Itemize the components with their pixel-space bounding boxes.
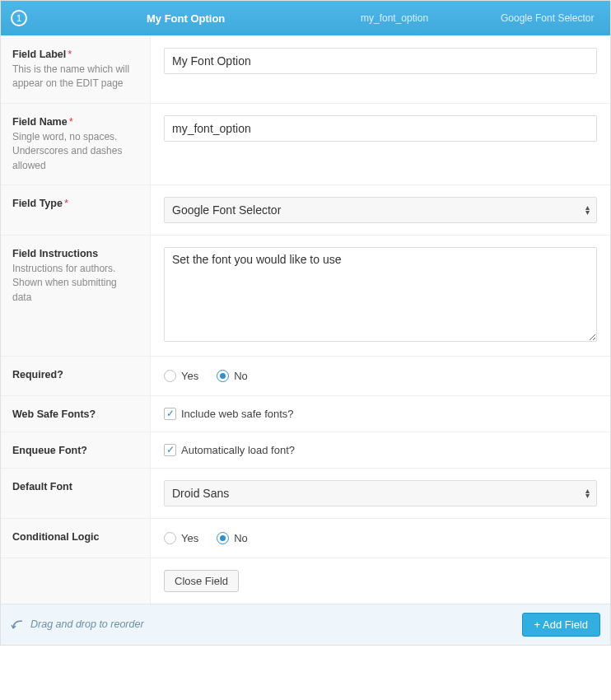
label-cell: Required? xyxy=(1,357,151,395)
reorder-arrow-icon xyxy=(11,618,26,631)
field-type-select-value: Google Font Selector xyxy=(172,203,281,217)
row-enqueue: Enqueue Font? ✓ Automatically load font? xyxy=(1,432,610,468)
instructions-textarea[interactable]: Set the font you would like to use xyxy=(164,247,597,342)
row-close: Close Field xyxy=(1,558,610,604)
field-label-input[interactable] xyxy=(164,48,597,74)
panel-header[interactable]: 1 My Font Option my_font_option Google F… xyxy=(1,1,610,35)
row-field-label: Field Label* This is the name which will… xyxy=(1,35,610,103)
default-font-select[interactable]: Droid Sans ▴▾ xyxy=(164,480,597,506)
radio-label: No xyxy=(234,370,248,382)
input-cell: Droid Sans ▴▾ xyxy=(151,469,610,518)
radio-label: No xyxy=(234,532,248,544)
input-cell xyxy=(151,104,610,184)
checkbox-icon: ✓ xyxy=(164,408,176,420)
web-safe-checkbox-option[interactable]: ✓ Include web safe fonts? xyxy=(164,408,597,420)
required-label: Required? xyxy=(12,369,63,380)
field-label-label: Field Label xyxy=(12,49,66,60)
instructions-label: Field Instructions xyxy=(12,248,98,259)
web-safe-label: Web Safe Fonts? xyxy=(12,408,96,420)
conditional-yes-option[interactable]: Yes xyxy=(164,532,198,544)
row-conditional-logic: Conditional Logic Yes No xyxy=(1,518,610,558)
input-cell: ✓ Include web safe fonts? xyxy=(151,396,610,432)
input-cell: Set the font you would like to use xyxy=(151,236,610,356)
label-cell: Enqueue Font? xyxy=(1,432,151,468)
label-cell: Field Instructions Instructions for auth… xyxy=(1,236,151,356)
label-cell: Field Type* xyxy=(1,185,151,235)
input-cell xyxy=(151,36,610,103)
field-panel: 1 My Font Option my_font_option Google F… xyxy=(0,0,611,646)
required-yes-option[interactable]: Yes xyxy=(164,370,198,382)
field-name-label: Field Name xyxy=(12,116,68,128)
radio-icon xyxy=(164,370,176,382)
row-default-font: Default Font Droid Sans ▴▾ xyxy=(1,468,610,518)
input-cell: Close Field xyxy=(151,558,610,604)
field-name-hint: Single word, no spaces. Underscores and … xyxy=(12,130,138,173)
default-font-select-value: Droid Sans xyxy=(172,487,229,500)
required-mark: * xyxy=(69,115,73,128)
label-cell: Conditional Logic xyxy=(1,519,151,558)
conditional-no-option[interactable]: No xyxy=(217,532,248,544)
label-cell: Field Name* Single word, no spaces. Unde… xyxy=(1,104,151,184)
header-field-name: my_font_option xyxy=(361,12,501,24)
input-cell: Yes No xyxy=(151,519,610,558)
required-no-option[interactable]: No xyxy=(217,370,248,382)
radio-label: Yes xyxy=(181,532,198,544)
required-mark: * xyxy=(68,48,72,60)
row-field-name: Field Name* Single word, no spaces. Unde… xyxy=(1,103,610,184)
add-field-button[interactable]: + Add Field xyxy=(522,613,600,637)
label-cell: Default Font xyxy=(1,469,151,518)
field-type-label: Field Type xyxy=(12,198,63,209)
checkbox-label: Automatically load font? xyxy=(181,444,295,456)
radio-icon xyxy=(217,370,229,382)
row-field-type: Field Type* Google Font Selector ▴▾ xyxy=(1,184,610,235)
row-web-safe: Web Safe Fonts? ✓ Include web safe fonts… xyxy=(1,395,610,432)
conditional-label: Conditional Logic xyxy=(12,531,100,543)
required-mark: * xyxy=(64,197,68,209)
row-required: Required? Yes No xyxy=(1,356,610,395)
header-field-type: Google Font Selector xyxy=(501,12,600,24)
instructions-hint: Instructions for authors. Shown when sub… xyxy=(12,262,138,305)
conditional-radio-group: Yes No xyxy=(164,530,597,546)
checkbox-label: Include web safe fonts? xyxy=(181,408,294,420)
input-cell: Yes No xyxy=(151,357,610,395)
reorder-hint: Drag and drop to reorder xyxy=(11,618,144,631)
enqueue-label: Enqueue Font? xyxy=(12,445,87,456)
header-title: My Font Option xyxy=(147,12,361,25)
row-field-instructions: Field Instructions Instructions for auth… xyxy=(1,235,610,356)
label-cell xyxy=(1,558,151,604)
label-cell: Web Safe Fonts? xyxy=(1,396,151,432)
input-cell: ✓ Automatically load font? xyxy=(151,432,610,468)
chevron-updown-icon: ▴▾ xyxy=(585,205,590,215)
field-order-badge: 1 xyxy=(11,10,27,26)
enqueue-checkbox-option[interactable]: ✓ Automatically load font? xyxy=(164,444,597,456)
panel-footer: Drag and drop to reorder + Add Field xyxy=(1,604,610,645)
radio-label: Yes xyxy=(181,370,198,382)
chevron-updown-icon: ▴▾ xyxy=(585,488,590,498)
input-cell: Google Font Selector ▴▾ xyxy=(151,185,610,235)
required-radio-group: Yes No xyxy=(164,368,597,384)
field-name-input[interactable] xyxy=(164,115,597,142)
checkbox-icon: ✓ xyxy=(164,444,176,456)
field-label-hint: This is the name which will appear on th… xyxy=(12,63,138,91)
radio-icon xyxy=(164,532,176,544)
field-type-select[interactable]: Google Font Selector ▴▾ xyxy=(164,197,597,223)
default-font-label: Default Font xyxy=(12,481,72,492)
reorder-hint-text: Drag and drop to reorder xyxy=(30,618,144,630)
radio-icon xyxy=(217,532,229,544)
label-cell: Field Label* This is the name which will… xyxy=(1,36,151,103)
close-field-button[interactable]: Close Field xyxy=(164,570,239,592)
